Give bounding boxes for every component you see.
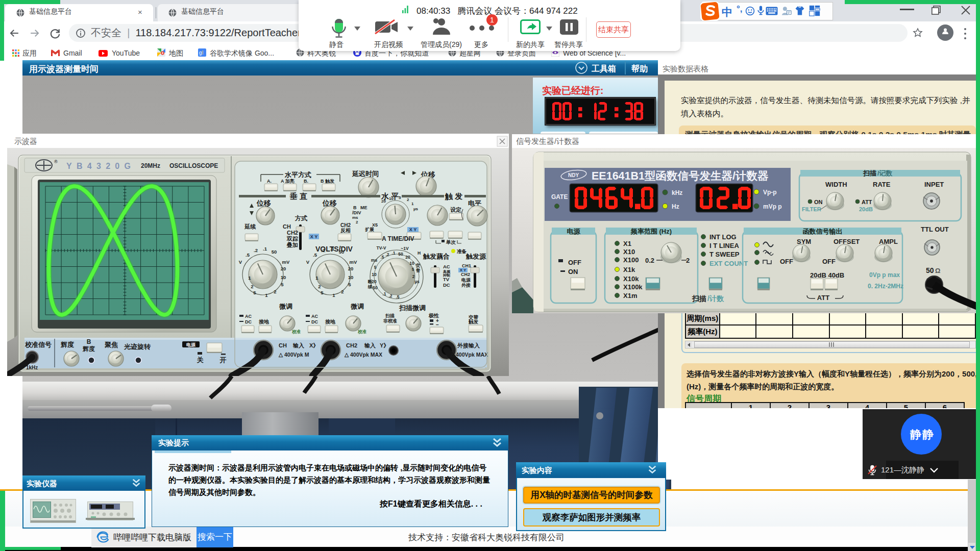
svg-text:交: 交 <box>415 263 421 268</box>
svg-text:®: ® <box>54 159 58 164</box>
svg-text:频率范围 (Hz): 频率范围 (Hz) <box>630 228 672 235</box>
svg-text:20: 20 <box>405 255 410 260</box>
svg-text:B: B <box>353 205 357 210</box>
svg-text:5: 5 <box>321 290 324 295</box>
svg-text:g: g <box>199 50 202 56</box>
svg-text:WIDTH: WIDTH <box>825 181 847 188</box>
svg-text:kHz: kHz <box>672 189 682 196</box>
svg-text:ms: ms <box>352 215 358 220</box>
svg-text:.1: .1 <box>263 246 267 252</box>
svg-text:辉度: 辉度 <box>82 345 95 353</box>
svg-text:CH: CH <box>279 342 287 348</box>
svg-text:mV: mV <box>350 259 357 265</box>
svg-text:5: 5 <box>253 290 256 295</box>
svg-text:mVp p: mVp p <box>763 203 782 210</box>
svg-text:聚焦: 聚焦 <box>105 341 118 348</box>
svg-text:CH2: CH2 <box>461 272 470 277</box>
svg-text:2: 2 <box>274 289 276 294</box>
svg-text:Vp-p: Vp-p <box>763 189 777 196</box>
svg-text:20: 20 <box>372 279 377 284</box>
svg-text:校准: 校准 <box>291 329 301 334</box>
svg-text:续: 续 <box>368 284 373 289</box>
svg-text:0.2: 0.2 <box>645 257 654 264</box>
svg-text:信号发生器/计数器: 信号发生器/计数器 <box>516 137 579 145</box>
svg-text:校准: 校准 <box>357 329 367 334</box>
svg-text:INPET: INPET <box>924 181 944 188</box>
svg-text:函数信号输出: 函数信号输出 <box>803 228 843 235</box>
svg-text:输入: 输入 <box>292 342 305 349</box>
svg-text:Hz: Hz <box>672 203 679 210</box>
svg-text:.5: .5 <box>313 252 317 258</box>
svg-text:5: 5 <box>281 282 284 287</box>
svg-text:.1: .1 <box>382 291 386 296</box>
svg-text:替: 替 <box>415 268 421 273</box>
svg-text:外接输入: 外接输入 <box>457 342 480 349</box>
svg-text:.1: .1 <box>330 246 335 252</box>
svg-text:ATT: ATT <box>817 294 829 302</box>
svg-text:50: 50 <box>398 252 403 257</box>
svg-text:2: 2 <box>318 284 321 289</box>
svg-text:X Y: X Y <box>409 227 416 232</box>
svg-text:50: 50 <box>339 249 345 255</box>
svg-text:AC: AC <box>443 264 450 269</box>
svg-text:/DIV: /DIV <box>352 210 361 215</box>
svg-text:单次: 单次 <box>446 239 456 245</box>
svg-text:5: 5 <box>412 267 414 272</box>
svg-text:辉度: 辉度 <box>60 341 75 348</box>
svg-text:X10k: X10k <box>623 275 639 283</box>
svg-text:10: 10 <box>281 274 286 280</box>
svg-text:B.: B. <box>304 179 308 184</box>
svg-text:方式: 方式 <box>295 215 307 222</box>
svg-text:X1k: X1k <box>623 266 635 273</box>
svg-text:X Y: X Y <box>310 234 317 239</box>
svg-text:TV: TV <box>443 277 450 282</box>
svg-text:10: 10 <box>389 196 394 201</box>
svg-text:.1: .1 <box>391 251 395 256</box>
svg-text:断: 断 <box>368 279 373 284</box>
svg-text:OFF: OFF <box>822 258 836 265</box>
svg-text:50: 50 <box>373 285 378 290</box>
svg-text:DC: DC <box>311 319 318 324</box>
svg-text:叠加: 叠加 <box>286 242 298 248</box>
svg-text:触 发: 触 发 <box>445 192 462 201</box>
svg-text:20: 20 <box>381 199 386 204</box>
svg-text:A.: A. <box>267 179 272 184</box>
svg-text:扩展: 扩展 <box>364 227 374 232</box>
svg-text:设定: 设定 <box>450 207 461 213</box>
svg-text:I T LINEA: I T LINEA <box>709 242 739 249</box>
svg-text:准备: 准备 <box>457 248 467 254</box>
svg-text:OFF: OFF <box>568 259 581 266</box>
svg-text:V: V <box>306 259 310 265</box>
svg-text:2: 2 <box>251 284 253 289</box>
svg-text:l: l <box>202 50 203 56</box>
svg-text:10: 10 <box>409 261 414 266</box>
svg-text:µs: µs <box>413 207 419 211</box>
svg-text:AMPL: AMPL <box>879 238 898 245</box>
svg-text:X1m: X1m <box>623 292 637 299</box>
svg-text:扫描微调: 扫描微调 <box>399 304 426 312</box>
svg-text:1: 1 <box>265 292 268 298</box>
svg-text:OFFSET: OFFSET <box>834 238 860 245</box>
svg-text:触发源: 触发源 <box>465 253 486 260</box>
svg-text:V: V <box>239 259 242 265</box>
svg-text:2: 2 <box>412 274 415 279</box>
svg-text:1: 1 <box>411 202 414 206</box>
svg-text:ON: ON <box>568 268 578 276</box>
svg-text:CH2: CH2 <box>346 342 357 348</box>
svg-text:2: 2 <box>407 197 409 202</box>
svg-text:A 加亮: A 加亮 <box>281 179 295 184</box>
svg-text:H: H <box>418 251 421 256</box>
svg-text:CH: CH <box>283 223 291 230</box>
svg-text:ME: ME <box>360 205 368 210</box>
svg-text:20MHz: 20MHz <box>141 162 160 169</box>
svg-text:.5: .5 <box>396 294 399 299</box>
svg-text:电源: 电源 <box>461 278 471 283</box>
svg-text:1: 1 <box>315 275 318 281</box>
svg-text:外接: 外接 <box>461 283 471 288</box>
svg-text:20dB 40dB: 20dB 40dB <box>810 271 844 279</box>
svg-text:△ 400Vpk MAX: △ 400Vpk MAX <box>450 352 488 358</box>
svg-text:2: 2 <box>341 289 344 294</box>
svg-text:关: 关 <box>197 356 204 364</box>
svg-text:扫描: 扫描 <box>385 313 395 318</box>
svg-text:RATE: RATE <box>873 181 891 188</box>
